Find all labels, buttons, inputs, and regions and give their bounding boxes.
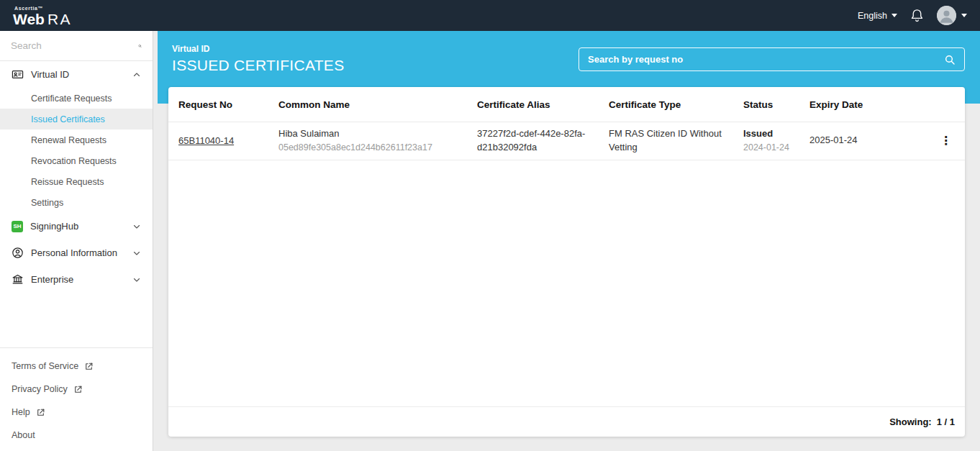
sidebar-item-label: SigningHub: [30, 221, 78, 232]
chevron-down-icon: [132, 249, 141, 258]
expiry-date-cell: 2025-01-24: [799, 134, 921, 147]
webra-logo[interactable]: Ascertia™ WebRA: [13, 4, 72, 27]
column-header-certificate-alias: Certificate Alias: [467, 99, 599, 110]
chevron-up-icon: [132, 70, 141, 79]
sidebar-item-settings[interactable]: Settings: [0, 192, 153, 213]
person-circle-icon: [12, 247, 24, 259]
certificate-type: FM RAS Citizen ID Without Vetting: [609, 127, 727, 155]
status-badge: Issued: [743, 127, 794, 141]
bank-icon: [12, 273, 24, 286]
certificates-table-card: Request No Common Name Certificate Alias…: [168, 87, 965, 437]
status-cell: Issued 2024-01-24: [733, 127, 799, 154]
common-name-id: 05ed89fe305a8ec1d244b62611f23a17: [278, 142, 461, 155]
sidebar-item-label: Virtual ID: [31, 69, 69, 80]
sidebar-footer: Terms of Service Privacy Policy Help Abo…: [0, 347, 153, 451]
privacy-policy-label: Privacy Policy: [12, 384, 68, 394]
column-header-status: Status: [733, 99, 799, 110]
sidebar-item-signinghub[interactable]: SH SigningHub: [0, 213, 153, 240]
help-link[interactable]: Help: [0, 401, 153, 424]
chevron-down-icon: [132, 275, 141, 284]
virtual-id-submenu: Certificate Requests Issued Certificates…: [0, 88, 153, 213]
notifications-bell-icon[interactable]: [909, 8, 925, 23]
external-link-icon: [36, 408, 45, 417]
table-footer: Showing: 1 / 1: [168, 406, 965, 437]
language-label: English: [858, 11, 887, 21]
chevron-down-icon: [891, 14, 897, 17]
topbar-actions: English: [858, 6, 967, 25]
profile-menu[interactable]: [937, 6, 967, 25]
showing-label: Showing:: [889, 416, 932, 427]
status-date: 2024-01-24: [743, 142, 794, 155]
about-label: About: [12, 430, 35, 440]
id-card-icon: [12, 68, 24, 81]
request-search-box: [579, 47, 965, 71]
showing-value: 1 / 1: [937, 416, 955, 427]
table-header-row: Request No Common Name Certificate Alias…: [168, 87, 965, 122]
certificate-alias: 37227f2d-cdef-442e-82fa-d21b32092fda: [477, 127, 593, 155]
sidebar-item-issued-certificates[interactable]: Issued Certificates: [0, 109, 153, 129]
webra-brand-text: WebRA: [13, 12, 72, 27]
sidebar-item-label: Personal Information: [31, 247, 117, 258]
main-content: Virtual ID ISSUED CERTIFICATES Request N…: [153, 31, 980, 451]
request-no-cell: 65B11040-14: [168, 135, 268, 146]
privacy-policy-link[interactable]: Privacy Policy: [0, 378, 153, 401]
column-header-common-name: Common Name: [268, 99, 467, 110]
language-dropdown[interactable]: English: [858, 11, 897, 21]
page-title: ISSUED CERTIFICATES: [172, 57, 344, 74]
sidebar-item-revocation-requests[interactable]: Revocation Requests: [0, 150, 153, 171]
webra-app: Ascertia™ WebRA English: [0, 0, 980, 451]
column-header-expiry-date: Expiry Date: [799, 99, 921, 110]
external-link-icon: [73, 385, 83, 394]
top-bar: Ascertia™ WebRA English: [0, 0, 980, 31]
sidebar: Virtual ID Certificate Requests Issued C…: [0, 31, 153, 451]
request-search-input[interactable]: [588, 54, 944, 65]
sidebar-item-renewal-requests[interactable]: Renewal Requests: [0, 129, 153, 150]
page-header-text: Virtual ID ISSUED CERTIFICATES: [172, 44, 344, 74]
ascertia-brand-text: Ascertia™: [14, 6, 72, 11]
terms-of-service-label: Terms of Service: [12, 361, 78, 371]
table-row: 65B11040-14 Hiba Sulaiman 05ed89fe305a8e…: [168, 122, 965, 160]
sidebar-item-virtual-id[interactable]: Virtual ID: [0, 61, 153, 88]
terms-of-service-link[interactable]: Terms of Service: [0, 355, 153, 378]
common-name-cell: Hiba Sulaiman 05ed89fe305a8ec1d244b62611…: [268, 127, 467, 154]
signinghub-icon: SH: [12, 221, 23, 232]
sidebar-item-certificate-requests[interactable]: Certificate Requests: [0, 88, 153, 109]
chevron-down-icon: [132, 222, 141, 231]
search-icon[interactable]: [138, 40, 142, 52]
sidebar-item-reissue-requests[interactable]: Reissue Requests: [0, 171, 153, 192]
table-empty-space: [168, 160, 965, 406]
row-actions-kebab-icon[interactable]: ⋮: [921, 135, 965, 147]
sidebar-search-input[interactable]: [11, 40, 138, 51]
column-header-request-no: Request No: [168, 99, 268, 110]
avatar: [937, 6, 956, 25]
column-header-certificate-type: Certificate Type: [599, 99, 733, 110]
sidebar-item-label: Enterprise: [31, 274, 73, 285]
expiry-date: 2025-01-24: [809, 134, 915, 147]
sidebar-item-personal-information[interactable]: Personal Information: [0, 240, 153, 266]
certificate-alias-cell: 37227f2d-cdef-442e-82fa-d21b32092fda: [467, 127, 599, 155]
certificate-type-cell: FM RAS Citizen ID Without Vetting: [599, 127, 733, 155]
request-no-link[interactable]: 65B11040-14: [178, 135, 234, 146]
chevron-down-icon: [961, 14, 967, 17]
breadcrumb: Virtual ID: [172, 44, 344, 54]
search-icon[interactable]: [944, 54, 956, 65]
about-link[interactable]: About: [0, 424, 153, 447]
external-link-icon: [84, 362, 94, 371]
sidebar-search: [0, 31, 153, 61]
common-name: Hiba Sulaiman: [278, 127, 461, 141]
sidebar-item-enterprise[interactable]: Enterprise: [0, 266, 153, 293]
help-label: Help: [12, 407, 30, 417]
